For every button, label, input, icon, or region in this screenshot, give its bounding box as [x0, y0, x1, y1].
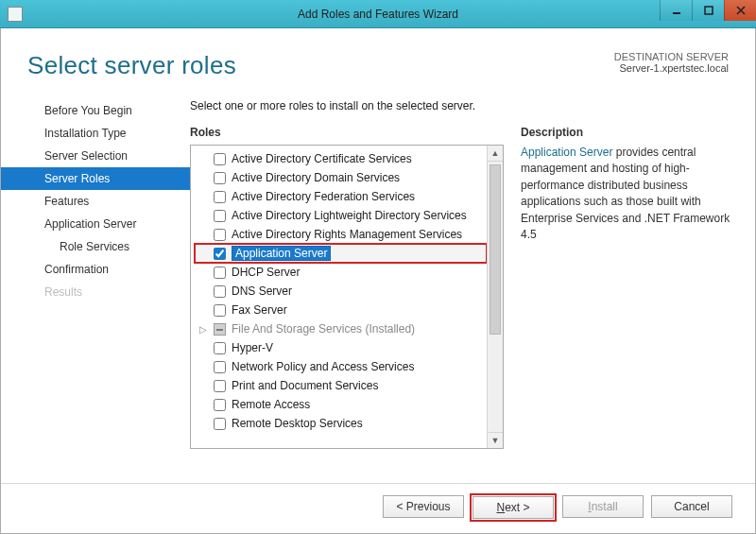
nav-item[interactable]: Application Server [1, 213, 190, 235]
destination-label: DESTINATION SERVER [614, 51, 729, 62]
window-title: Add Roles and Features Wizard [0, 8, 756, 21]
instruction-text: Select one or more roles to install on t… [190, 99, 732, 112]
role-label: Print and Document Services [232, 379, 378, 392]
role-checkbox[interactable] [214, 153, 226, 165]
role-label: Remote Access [232, 398, 310, 411]
role-checkbox[interactable] [214, 248, 226, 260]
role-checkbox[interactable] [214, 191, 226, 203]
role-label: Application Server [232, 246, 331, 261]
scroll-down-button[interactable]: ▼ [488, 432, 503, 448]
wizard-nav: Before You BeginInstallation TypeServer … [1, 94, 190, 483]
role-row[interactable]: Application Server [195, 244, 487, 263]
role-row[interactable]: Active Directory Domain Services [195, 168, 487, 187]
role-checkbox[interactable] [214, 267, 226, 279]
next-button[interactable]: Next > [472, 496, 554, 519]
role-checkbox[interactable] [214, 380, 226, 392]
app-icon [8, 7, 23, 22]
role-row[interactable]: Print and Document Services [195, 376, 487, 395]
role-label: Network Policy and Access Services [232, 360, 414, 373]
role-label: Remote Desktop Services [232, 417, 363, 430]
nav-item[interactable]: Features [1, 190, 190, 213]
role-checkbox[interactable] [214, 229, 226, 241]
description-text: Application Server provides central mana… [521, 145, 732, 243]
expand-icon[interactable]: ▷ [198, 324, 208, 335]
roles-label: Roles [190, 126, 504, 139]
role-row[interactable]: Remote Desktop Services [195, 414, 487, 433]
role-row[interactable]: Active Directory Federation Services [195, 187, 487, 206]
role-checkbox[interactable] [214, 361, 226, 373]
role-label: DHCP Server [232, 266, 300, 279]
content-columns: Roles Active Directory Certificate Servi… [190, 126, 732, 483]
wizard-shell: Select server roles DESTINATION SERVER S… [0, 28, 756, 534]
svg-rect-0 [673, 12, 680, 14]
description-lead: Application Server [521, 146, 612, 159]
destination-server: DESTINATION SERVER Server-1.xpertstec.lo… [614, 51, 729, 74]
roles-list[interactable]: Active Directory Certificate ServicesAct… [191, 146, 487, 448]
role-checkbox-installed [214, 323, 226, 336]
role-row[interactable]: Remote Access [195, 395, 487, 414]
role-label: Active Directory Domain Services [232, 171, 400, 184]
nav-item[interactable]: Installation Type [1, 122, 190, 145]
role-row[interactable]: ▷File And Storage Services (Installed) [195, 319, 487, 338]
nav-item[interactable]: Confirmation [1, 258, 190, 281]
role-label: Hyper-V [232, 341, 273, 354]
role-label: Active Directory Federation Services [232, 190, 415, 203]
title-bar: Add Roles and Features Wizard [0, 0, 756, 28]
nav-item[interactable]: Server Roles [1, 167, 190, 190]
role-label: DNS Server [232, 284, 292, 298]
install-button: Install [562, 495, 644, 518]
nav-item[interactable]: Before You Begin [1, 99, 190, 122]
role-row[interactable]: Hyper-V [195, 338, 487, 357]
roles-listbox: Active Directory Certificate ServicesAct… [190, 145, 504, 449]
minimize-button[interactable] [660, 0, 692, 21]
nav-item[interactable]: Role Services [1, 235, 190, 258]
wizard-footer: < Previous Next > Install Cancel [1, 483, 755, 533]
role-checkbox[interactable] [214, 418, 226, 430]
maximize-button[interactable] [692, 0, 724, 21]
role-row[interactable]: Active Directory Rights Management Servi… [195, 225, 487, 244]
roles-column: Roles Active Directory Certificate Servi… [190, 126, 504, 483]
role-row[interactable]: Network Policy and Access Services [195, 357, 487, 376]
destination-name: Server-1.xpertstec.local [614, 62, 729, 74]
wizard-main: Select one or more roles to install on t… [190, 94, 732, 483]
role-label: File And Storage Services (Installed) [232, 322, 415, 336]
close-button[interactable] [724, 0, 756, 21]
role-label: Active Directory Rights Management Servi… [232, 228, 462, 241]
description-label: Description [521, 126, 732, 139]
role-checkbox[interactable] [214, 172, 226, 184]
previous-button[interactable]: < Previous [383, 495, 464, 518]
role-checkbox[interactable] [214, 285, 226, 298]
role-row[interactable]: Active Directory Lightweight Directory S… [195, 206, 487, 225]
window-controls [660, 0, 756, 27]
role-checkbox[interactable] [214, 210, 226, 222]
role-checkbox[interactable] [214, 399, 226, 411]
role-label: Active Directory Certificate Services [232, 152, 412, 165]
page-title: Select server roles [27, 51, 236, 80]
role-row[interactable]: Active Directory Certificate Services [195, 149, 487, 168]
wizard-body: Before You BeginInstallation TypeServer … [1, 88, 755, 483]
nav-item[interactable]: Server Selection [1, 145, 190, 167]
cancel-button[interactable]: Cancel [651, 495, 732, 518]
description-column: Description Application Server provides … [521, 126, 732, 483]
role-checkbox[interactable] [214, 304, 226, 317]
wizard-header: Select server roles DESTINATION SERVER S… [1, 28, 755, 88]
description-body: provides central management and hosting … [521, 146, 730, 241]
role-label: Fax Server [232, 303, 287, 317]
role-row[interactable]: DHCP Server [195, 263, 487, 282]
next-button-highlight: Next > [472, 495, 555, 520]
role-checkbox[interactable] [214, 342, 226, 354]
svg-rect-1 [705, 7, 713, 14]
role-label: Active Directory Lightweight Directory S… [232, 209, 467, 222]
nav-item: Results [1, 281, 190, 303]
scrollbar: ▲ ▼ [487, 146, 503, 448]
scroll-thumb[interactable] [490, 164, 501, 335]
scroll-up-button[interactable]: ▲ [488, 146, 503, 162]
role-row[interactable]: DNS Server [195, 282, 487, 301]
role-row[interactable]: Fax Server [195, 301, 487, 319]
